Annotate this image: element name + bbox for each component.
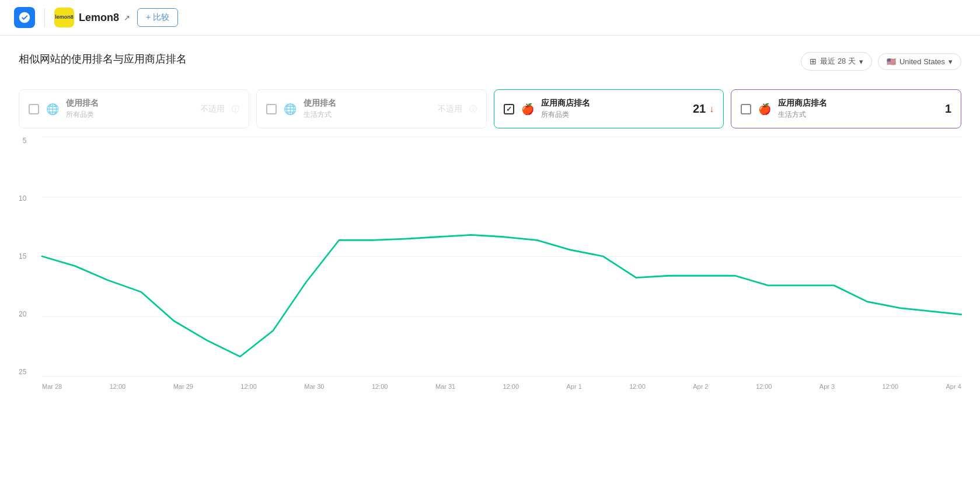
x-label-1200-3: 12:00 — [372, 383, 388, 390]
app-store-icon — [14, 7, 35, 28]
web-icon-1: 🌐 — [46, 103, 59, 116]
header: lemon8 Lemon8 ↗ + 比较 — [0, 0, 980, 36]
y-label-20: 20 — [19, 310, 26, 318]
section-title: 相似网站的使用排名与应用商店排名 — [19, 52, 187, 66]
y-label-15: 15 — [19, 252, 26, 260]
x-label-1200-2: 12:00 — [240, 383, 257, 390]
main-content: 相似网站的使用排名与应用商店排名 ⊞ 最近 28 天 ▾ 🇺🇸 United S… — [0, 36, 980, 410]
chart-container: 5 10 15 20 25 Mar 28 12:00 Mar 29 12:0 — [19, 137, 961, 393]
metric-card-app-rank-lifestyle[interactable]: 🍎 应用商店排名 生活方式 1 — [731, 89, 961, 128]
chart-svg — [42, 137, 961, 376]
x-label-1200-5: 12:00 — [629, 383, 646, 390]
y-label-5: 5 — [23, 137, 27, 145]
x-label-mar30: Mar 30 — [304, 383, 324, 390]
card-checkbox-web-rank-all[interactable] — [29, 104, 39, 114]
card-subtitle-2: 生活方式 — [304, 110, 431, 120]
country-label: United States — [899, 57, 945, 66]
y-axis: 5 10 15 20 25 — [19, 137, 31, 376]
card-subtitle-4: 生活方式 — [778, 110, 938, 120]
x-label-1200-7: 12:00 — [883, 383, 899, 390]
brand-section: lemon8 Lemon8 ↗ — [54, 8, 130, 27]
x-axis: Mar 28 12:00 Mar 29 12:00 Mar 30 12:00 M… — [42, 379, 961, 393]
grid-line-5 — [42, 376, 961, 377]
chart-line — [42, 235, 961, 356]
external-link-icon: ↗ — [124, 13, 130, 22]
compare-button[interactable]: + 比较 — [137, 8, 178, 27]
x-label-1200-1: 12:00 — [110, 383, 126, 390]
country-filter[interactable]: 🇺🇸 United States ▾ — [878, 53, 961, 70]
country-chevron: ▾ — [948, 57, 953, 66]
card-title-1: 使用排名 — [66, 98, 193, 109]
x-label-apr1: Apr 1 — [567, 383, 582, 390]
apple-icon-1: 🍎 — [521, 103, 534, 116]
x-label-1200-6: 12:00 — [756, 383, 772, 390]
app-store-svg — [18, 11, 31, 24]
y-label-10: 10 — [19, 194, 26, 203]
date-range-chevron: ▾ — [859, 57, 863, 66]
metric-card-web-rank-lifestyle[interactable]: 🌐 使用排名 生活方式 不适用 ⓘ — [256, 89, 487, 128]
date-range-filter[interactable]: ⊞ 最近 28 天 ▾ — [801, 52, 872, 71]
card-checkbox-app-rank-lifestyle[interactable] — [741, 104, 751, 114]
card-subtitle-1: 所有品类 — [66, 110, 193, 120]
card-title-4: 应用商店排名 — [778, 98, 938, 109]
card-title-2: 使用排名 — [304, 98, 431, 109]
card-value-2: 不适用 — [438, 104, 462, 114]
y-label-25: 25 — [19, 368, 26, 376]
metric-card-web-rank-all[interactable]: 🌐 使用排名 所有品类 不适用 ⓘ — [19, 89, 249, 128]
card-value-1: 不适用 — [200, 104, 225, 114]
card-subtitle-3: 所有品类 — [541, 110, 686, 120]
web-icon-2: 🌐 — [284, 103, 297, 116]
card-value-3: 21 ↓ — [693, 102, 714, 116]
apple-icon-2: 🍎 — [758, 103, 771, 116]
x-label-mar28: Mar 28 — [42, 383, 62, 390]
info-icon-1: ⓘ — [232, 104, 239, 114]
brand-name: Lemon8 — [79, 12, 119, 24]
x-label-mar31: Mar 31 — [435, 383, 455, 390]
card-checkbox-web-rank-lifestyle[interactable] — [266, 104, 277, 114]
metric-card-app-rank-all[interactable]: 🍎 应用商店排名 所有品类 21 ↓ — [494, 89, 724, 128]
trend-down-icon: ↓ — [709, 104, 714, 114]
metric-cards-row: 🌐 使用排名 所有品类 不适用 ⓘ 🌐 使用排名 生活方式 不适用 ⓘ 🍎 应用 — [19, 89, 961, 128]
x-label-apr3: Apr 3 — [819, 383, 835, 390]
country-flag-icon: 🇺🇸 — [887, 57, 896, 66]
x-label-apr2: Apr 2 — [693, 383, 708, 390]
calendar-icon: ⊞ — [810, 57, 817, 66]
date-range-label: 最近 28 天 — [820, 56, 856, 67]
chart-plot-area — [42, 137, 961, 376]
header-divider — [44, 8, 45, 27]
card-value-4: 1 — [945, 102, 951, 116]
x-label-mar29: Mar 29 — [173, 383, 193, 390]
brand-logo: lemon8 — [54, 8, 74, 27]
info-icon-2: ⓘ — [469, 104, 477, 114]
x-label-1200-4: 12:00 — [503, 383, 519, 390]
card-checkbox-app-rank-all[interactable] — [504, 104, 514, 114]
x-label-apr4: Apr 4 — [946, 383, 961, 390]
card-title-3: 应用商店排名 — [541, 98, 686, 109]
